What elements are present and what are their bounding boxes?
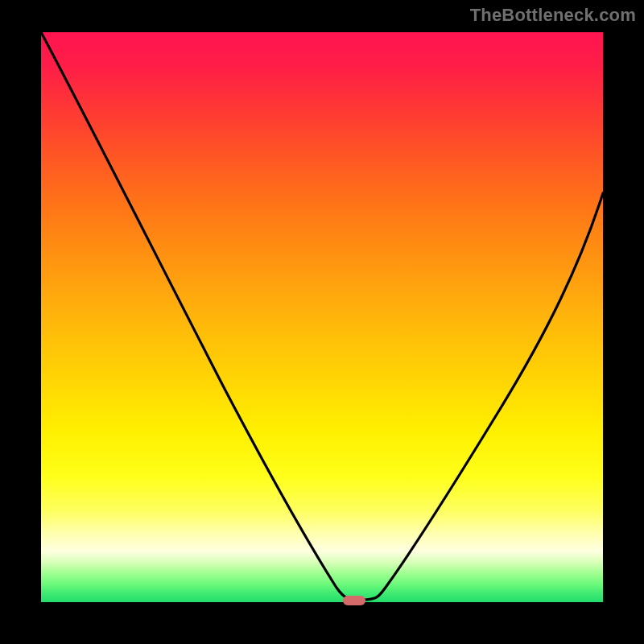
chart-overlay [0, 0, 644, 644]
bottleneck-curve [41, 32, 603, 600]
optimal-marker [343, 596, 365, 605]
chart-stage: TheBottleneck.com [0, 0, 644, 644]
